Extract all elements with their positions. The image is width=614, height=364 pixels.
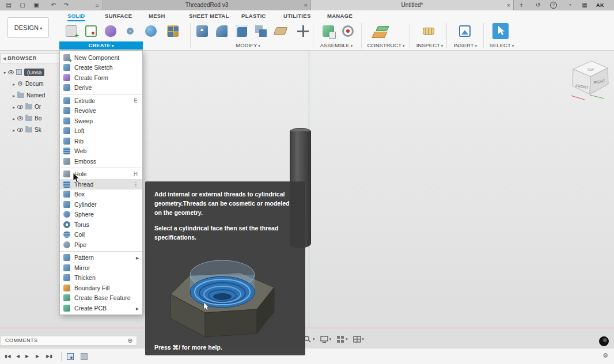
create-sketch-icon[interactable]	[83, 23, 99, 39]
menu-item-create-form[interactable]: Create Form	[60, 73, 142, 83]
construct-plane-icon[interactable]	[374, 23, 391, 39]
timeline-step-forward-button[interactable]	[36, 354, 39, 359]
menu-item-extrude[interactable]: ExtrudeE	[60, 96, 142, 106]
visibility-icon[interactable]	[8, 70, 14, 74]
tab-solid[interactable]: SOLID	[67, 13, 85, 21]
disclosure-icon[interactable]	[13, 104, 15, 110]
joint-icon[interactable]	[340, 23, 356, 39]
app-menu-icon[interactable]	[3, 1, 14, 10]
save-icon[interactable]	[31, 1, 41, 10]
timeline-skip-start-button[interactable]	[5, 354, 11, 359]
doc-tab-threadedrod[interactable]: ThreadedRod v3	[103, 0, 311, 10]
menu-item-revolve[interactable]: Revolve	[60, 106, 142, 116]
shell-icon[interactable]	[233, 23, 249, 39]
comments-bar[interactable]: COMMENTS	[0, 336, 137, 346]
disclosure-icon[interactable]	[13, 81, 15, 87]
assistant-icon[interactable]	[599, 336, 609, 346]
workspace-selector[interactable]: DESIGN	[7, 17, 49, 38]
close-tab-icon[interactable]	[507, 0, 510, 11]
menu-item-thicken[interactable]: Thicken	[60, 273, 142, 283]
timeline-sketch-feature-icon[interactable]	[67, 353, 74, 360]
extensions-icon[interactable]	[579, 1, 590, 10]
disclosure-icon[interactable]	[13, 115, 15, 122]
display-settings-button[interactable]	[320, 335, 332, 343]
menu-item-pipe[interactable]: Pipe	[60, 240, 142, 250]
menu-item-create-pcb[interactable]: Create PCB	[60, 303, 142, 313]
create-menu-button[interactable]: CREATE	[59, 41, 143, 50]
redo-icon[interactable]	[61, 1, 71, 10]
undo-icon[interactable]	[48, 1, 59, 10]
new-tab-button[interactable]	[516, 1, 526, 10]
create-form-icon[interactable]	[103, 23, 119, 39]
timeline-feature-icon[interactable]	[81, 353, 88, 360]
menu-item-create-base-feature[interactable]: Create Base Feature	[60, 293, 142, 304]
menu-item-coil[interactable]: Coil	[60, 230, 142, 240]
disclosure-icon[interactable]	[13, 127, 15, 133]
menu-item-new-component[interactable]: New Component	[60, 52, 142, 63]
home-icon[interactable]	[92, 1, 103, 10]
timeline-skip-end-button[interactable]	[46, 354, 52, 359]
pattern-icon[interactable]	[165, 23, 181, 39]
more-options-icon[interactable]	[133, 181, 139, 188]
modify-menu-button[interactable]: MODIFY	[218, 41, 278, 50]
job-status-icon[interactable]	[533, 1, 543, 10]
construct-menu-button[interactable]: CONSTRUCT	[363, 41, 409, 50]
avatar[interactable]: AK	[596, 1, 605, 9]
browser-item-named-views[interactable]: Named	[13, 91, 45, 99]
combine-icon[interactable]	[253, 23, 269, 39]
offset-face-icon[interactable]	[272, 23, 289, 39]
grid-snap-button[interactable]	[336, 335, 348, 343]
fillet-icon[interactable]	[214, 23, 230, 39]
menu-item-pattern[interactable]: Pattern	[60, 253, 142, 263]
browser-item-origin[interactable]: Or	[13, 103, 41, 111]
close-tab-icon[interactable]	[304, 0, 308, 11]
press-pull-icon[interactable]	[194, 23, 210, 39]
menu-item-derive[interactable]: Derive	[60, 83, 142, 93]
disclosure-icon[interactable]	[13, 92, 15, 98]
visibility-icon[interactable]	[17, 116, 23, 120]
insert-menu-button[interactable]: INSERT	[449, 41, 482, 50]
browser-item-document-settings[interactable]: Docum	[13, 79, 44, 88]
visibility-icon[interactable]	[17, 128, 23, 132]
menu-item-create-sketch[interactable]: Create Sketch	[60, 63, 142, 73]
measure-icon[interactable]	[420, 23, 437, 39]
timeline-play-button[interactable]	[25, 354, 29, 359]
insert-canvas-icon[interactable]	[457, 23, 473, 39]
menu-item-box[interactable]: Box	[60, 189, 142, 200]
sphere-icon[interactable]	[143, 23, 159, 39]
viewport-canvas[interactable]: TOP FRONT RIGHT BROWSER (Unsa Docum Name…	[0, 51, 614, 364]
browser-item-sketches[interactable]: Sk	[13, 126, 41, 134]
viewports-button[interactable]	[353, 335, 365, 343]
timeline-step-back-button[interactable]	[16, 354, 20, 359]
menu-item-emboss[interactable]: Emboss	[60, 156, 142, 166]
assemble-menu-button[interactable]: ASSEMBLE	[314, 41, 358, 50]
select-menu-button[interactable]: SELECT	[485, 41, 518, 50]
menu-item-loft[interactable]: Loft	[60, 126, 142, 136]
expand-comments-icon[interactable]	[127, 336, 133, 346]
tab-manage[interactable]: MANAGE	[327, 13, 353, 20]
menu-item-boundary-fill[interactable]: Boundary Fill	[60, 283, 142, 293]
assemble-component-icon[interactable]	[320, 23, 336, 39]
select-tool-icon[interactable]	[492, 23, 509, 39]
help-icon[interactable]	[550, 2, 557, 9]
tab-utilities[interactable]: UTILITIES	[283, 13, 311, 20]
new-document-icon[interactable]	[17, 1, 28, 10]
menu-item-torus[interactable]: Torus	[60, 219, 142, 230]
browser-item-bodies[interactable]: Bo	[13, 114, 41, 122]
menu-item-web[interactable]: Web	[60, 146, 142, 157]
browser-header[interactable]: BROWSER	[0, 54, 68, 63]
menu-item-sweep[interactable]: Sweep	[60, 116, 142, 126]
doc-tab-untitled[interactable]: Untitled*	[311, 0, 514, 10]
menu-item-sphere[interactable]: Sphere	[60, 210, 142, 220]
tab-mesh[interactable]: MESH	[149, 13, 165, 20]
browser-root-item[interactable]: (Unsa	[3, 68, 44, 76]
tab-sheet-metal[interactable]: SHEET METAL	[189, 13, 229, 20]
tab-plastic[interactable]: PLASTIC	[241, 13, 266, 20]
disclosure-icon[interactable]	[3, 69, 6, 75]
revolve-icon[interactable]	[122, 23, 138, 39]
tab-surface[interactable]: SURFACE	[105, 13, 132, 20]
inspect-menu-button[interactable]: INSPECT	[412, 41, 447, 50]
menu-item-mirror[interactable]: Mirror	[60, 263, 142, 273]
visibility-icon[interactable]	[17, 105, 23, 109]
settings-gear-icon[interactable]	[602, 352, 608, 359]
